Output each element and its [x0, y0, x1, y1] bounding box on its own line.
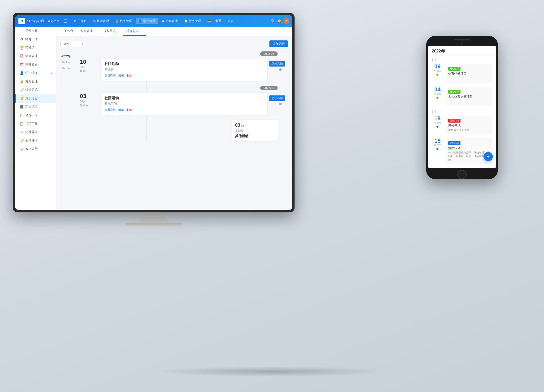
- phone-card-1[interactable]: 身心健康 体育特长项目 · · ·: [446, 64, 492, 83]
- phone-week-4: 星期三: [432, 144, 443, 147]
- nav-item-school[interactable]: 🔒 校务管理: [112, 18, 135, 24]
- phone-home-button[interactable]: [457, 170, 467, 179]
- card-2-delete[interactable]: 删除: [127, 108, 132, 112]
- tab-close-eval-summary[interactable]: ×: [141, 30, 142, 32]
- timeline-item-1: 10 08月 星期三 思想品德 社团活动 希望杯: [80, 59, 288, 81]
- card-2-view[interactable]: 查看详情: [104, 108, 116, 112]
- data-publish-icon: 📊: [20, 147, 24, 151]
- nav-item-workbench[interactable]: ⊞ 工作台: [71, 18, 89, 24]
- phone-tag-1: 身心健康: [448, 67, 461, 71]
- date-col-2: 03 06月 星期五: [80, 93, 98, 107]
- tab-plan-mgmt[interactable]: 方案管理 ×: [77, 27, 100, 36]
- top-nav: N K12智慧校园一体化平台 ☰ ⊞ 工作台 ◷ 基础管理: [15, 15, 292, 27]
- tab-close-growth[interactable]: ×: [118, 30, 119, 32]
- sidebar-item-honor-mgmt[interactable]: ⏰ 荣誉管理: [15, 52, 56, 60]
- phone-week-1: 星期二: [432, 69, 443, 73]
- filter-bar: 全部 思想品德 身心健康 学业水平 艺术素养 社会实践 ▼: [60, 40, 288, 47]
- phone-tag-4: 思想品德: [448, 141, 461, 145]
- tab-close-plan[interactable]: ×: [95, 30, 96, 32]
- sidebar-item-record-import[interactable]: ↩ 记录导入: [15, 128, 56, 136]
- desktop-monitor: N K12智慧校园一体化平台 ☰ ⊞ 工作台 ◷ 基础管理: [13, 13, 295, 223]
- card-1-actions: 查看详情 编辑 删除: [104, 74, 264, 78]
- card-2-title: 社团活动: [104, 96, 264, 101]
- phone-day-3: 18: [432, 116, 443, 121]
- card-2-actions: 查看详情 编辑 删除: [104, 108, 264, 112]
- tab-eval-summary[interactable]: 综评总览 ×: [123, 27, 146, 36]
- phone-speaker: [454, 39, 470, 40]
- record-import-icon: ↩: [20, 130, 24, 134]
- phone-week-2: 星期四: [432, 92, 443, 96]
- date-day-2: 03: [80, 93, 98, 100]
- sidebar-item-honor-wall[interactable]: 🏆 荣誉墙: [15, 43, 56, 52]
- nomination-icon: 📋: [20, 113, 24, 117]
- phone-fab-button[interactable]: +: [484, 152, 493, 161]
- phone-dot-4: [436, 148, 438, 150]
- sidebar-item-honor-award[interactable]: ⏰ 荣誉颁发: [15, 60, 56, 69]
- sidebar-item-eval-summary[interactable]: 📝 综评总览: [15, 86, 56, 94]
- date-week-1: 星期三: [80, 69, 98, 73]
- sidebar-item-student-eval[interactable]: 👤 学生综评 ▲: [15, 69, 56, 77]
- month-badge-aug: 2022-08: [260, 51, 278, 56]
- card-2-edit[interactable]: 编辑: [118, 108, 124, 112]
- category-filter[interactable]: 全部 思想品德 身心健康 学业水平 艺术素养 社会实践: [60, 41, 86, 47]
- phone-dots-1: · · ·: [448, 77, 490, 81]
- sidebar-item-teacher-eval[interactable]: 📝 教师评语: [15, 136, 56, 145]
- card-3-date: 03 06月: [235, 123, 274, 128]
- nav-item-student[interactable]: 👤 学生管理: [136, 18, 158, 24]
- tab-growth[interactable]: 成长足迹 ×: [100, 27, 123, 36]
- add-record-button[interactable]: 添加记录: [269, 40, 288, 47]
- card-1-view[interactable]: 查看详情: [104, 74, 116, 78]
- nav-item-basic[interactable]: ◷ 基础管理: [90, 18, 111, 24]
- record-review-icon: 📋: [20, 122, 24, 126]
- nav-items: ⊞ 工作台 ◷ 基础管理 🔒 校务管理 👤: [71, 18, 271, 24]
- hamburger-icon[interactable]: ☰: [64, 19, 67, 24]
- year-labels: 2022年 2021年 2020年: [60, 51, 76, 141]
- card-3-title: 其他活动: [235, 134, 274, 138]
- onecard-icon: 💳: [207, 19, 211, 23]
- search-icon[interactable]: 🔍: [271, 19, 275, 23]
- phone-dots-2: · .: [448, 100, 490, 104]
- tab-workbench[interactable]: 工作台: [60, 27, 77, 36]
- sidebar-item-factual-record[interactable]: 📓 写实记录: [15, 103, 56, 111]
- phone-dot-1: [436, 74, 438, 76]
- phone-date-1: 09 星期二: [432, 64, 443, 76]
- phone-title-4: 党团活动: [448, 146, 490, 150]
- card-1-delete[interactable]: 删除: [127, 74, 132, 78]
- phone-week-3: 星期六: [432, 121, 443, 125]
- phone-card-3[interactable]: 思想品德 违规违纪 学生 家长身份上传: [446, 116, 492, 134]
- year-2020: 2020年: [60, 66, 76, 70]
- student-icon: 👤: [138, 19, 142, 23]
- sidebar-item-eval-index[interactable]: ⊞ 评价指标: [15, 27, 56, 35]
- phone-item-1: 09 星期二 身心健康 体育特长项目 · · ·: [432, 64, 492, 83]
- nav-item-logistics[interactable]: ⚙ 后勤管理: [159, 18, 180, 24]
- scene: N K12智慧校园一体化平台 ☰ ⊞ 工作台 ◷ 基础管理: [0, 0, 544, 392]
- sidebar-item-nomination[interactable]: 📋 遴选上报: [15, 111, 56, 119]
- card-1-edit[interactable]: 编辑: [118, 74, 124, 78]
- phone-desc-3: 学生 家长身份上传: [448, 128, 490, 132]
- honor-mgmt-icon: ⏰: [20, 54, 24, 58]
- phone-screen: 2022年 8月 09 星期二 身心健康: [428, 46, 496, 168]
- phone-card-2[interactable]: 身心健康 参加体育比赛项目 · .: [446, 87, 492, 106]
- nav-logo-text: K12智慧校园一体化平台: [27, 19, 60, 23]
- sidebar-item-data-publish[interactable]: 📊 数据公示: [15, 145, 56, 153]
- card-1: 思想品德 社团活动 希望杯 查看详情 编辑 删除: [101, 59, 267, 81]
- bell-icon[interactable]: 🔔: [277, 19, 282, 23]
- phone-date-3: 18 星期六: [432, 116, 443, 128]
- nav-item-onecard[interactable]: 💳 一卡通: [205, 18, 224, 24]
- eval-summary-icon: 📝: [20, 88, 24, 92]
- sidebar-item-moral[interactable]: ⚙ 德育工作: [15, 35, 56, 43]
- phone-item-2: 04 星期四 身心健康 参加体育比赛项目 · .: [432, 87, 492, 106]
- growth-trail-icon: 🏆: [20, 96, 24, 100]
- date-month-2: 06月: [80, 100, 98, 103]
- user-avatar[interactable]: 管: [284, 18, 289, 24]
- nav-logo: N K12智慧校园一体化平台: [18, 18, 60, 24]
- nav-item-teaching[interactable]: 📋 教务管理: [181, 18, 204, 24]
- phone-title-2: 参加体育比赛项目: [448, 95, 490, 99]
- nav-item-more[interactable]: 更多: [225, 18, 236, 24]
- sidebar-item-plan-mgmt[interactable]: 🔒 方案管理: [15, 77, 56, 86]
- timeline-main: 2022-08 10 08月 星期三: [80, 51, 288, 141]
- moral-icon: ⚙: [20, 37, 24, 41]
- sidebar-item-growth-trail[interactable]: 🏆 成长足迹: [15, 94, 56, 103]
- sidebar-item-record-review[interactable]: 📋 记录审核: [15, 119, 56, 128]
- card-1-desc: 希望杯: [104, 67, 264, 72]
